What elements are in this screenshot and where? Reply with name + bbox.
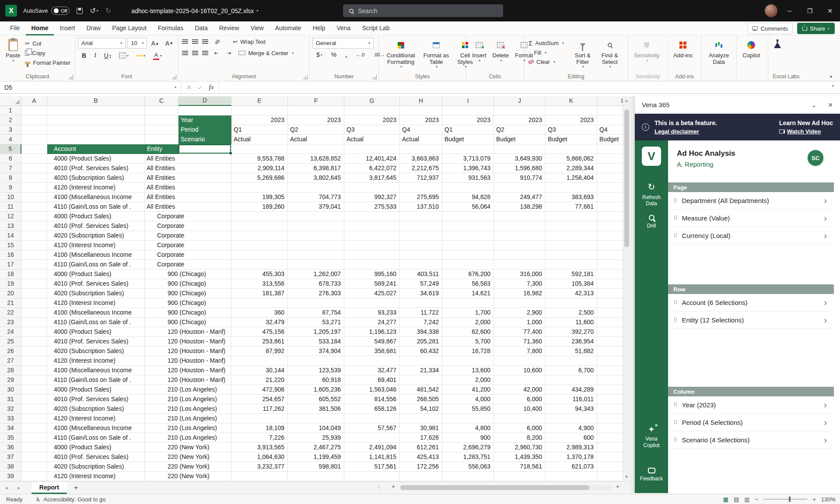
cell-value[interactable]	[288, 212, 344, 221]
cell-entity[interactable]: 120 (Houston - Manf)	[145, 337, 178, 346]
cell-entity[interactable]: Corporate	[145, 212, 178, 221]
cell-value[interactable]	[344, 433, 400, 443]
cell[interactable]	[47, 135, 145, 144]
cell-value[interactable]	[597, 472, 623, 481]
cell[interactable]	[21, 404, 47, 414]
cell-value[interactable]: 4,900	[546, 424, 597, 433]
chevron-right-icon[interactable]: ›	[824, 400, 827, 410]
cell-value[interactable]	[546, 472, 597, 481]
cell-value[interactable]: 2023	[442, 116, 494, 125]
clear-button[interactable]: Clear▾	[527, 58, 566, 66]
borders-button[interactable]: ▾	[117, 52, 131, 60]
fill-color-button[interactable]: ▾	[134, 53, 147, 59]
cell-account[interactable]: 4100 (Miscellaneous Income	[47, 424, 145, 433]
row-header-20[interactable]: 20	[0, 289, 21, 298]
row-header-8[interactable]: 8	[0, 173, 21, 183]
cell-value[interactable]	[400, 375, 442, 385]
cell-value[interactable]: 3,802,645	[288, 173, 344, 183]
cell[interactable]	[178, 241, 231, 250]
cell[interactable]	[178, 202, 231, 212]
column-header-L[interactable]: L	[597, 96, 623, 106]
normal-view-icon[interactable]: ▦	[723, 496, 728, 503]
cell-value[interactable]	[597, 414, 623, 424]
cell-account[interactable]: 4110 (Gain/Loss on Sale of .	[47, 202, 145, 212]
cell-account[interactable]: 4020 (Subscription Sales)	[47, 462, 145, 472]
legal-disclaimer-link[interactable]: Legal disclaimer	[654, 128, 717, 135]
cell-value[interactable]	[494, 212, 546, 221]
cell-value[interactable]: 2,491,094	[344, 443, 400, 452]
cell-value[interactable]	[442, 183, 494, 192]
cell-value[interactable]: Q3	[344, 125, 400, 135]
cell-value[interactable]: 275,695	[400, 192, 442, 202]
row-header-26[interactable]: 26	[0, 346, 21, 356]
panel-close-icon[interactable]: ✕	[828, 102, 833, 108]
cell-value[interactable]	[344, 221, 400, 231]
vertical-scroll-thumb[interactable]	[624, 109, 629, 247]
cell-value[interactable]	[231, 298, 288, 308]
cell-value[interactable]: 7,300	[494, 279, 546, 289]
cell-value[interactable]: 676,200	[442, 270, 494, 279]
cell-value[interactable]	[597, 395, 623, 404]
vena-copilot-button[interactable]: ✦ Vena Copilot	[635, 425, 668, 448]
cell-entity[interactable]: 210 (Los Angeles)	[145, 414, 178, 424]
cell-account[interactable]: 4010 (Prof. Services Sales)	[47, 279, 145, 289]
row-header-29[interactable]: 29	[0, 375, 21, 385]
cell-value[interactable]	[546, 212, 597, 221]
cell-entity[interactable]: 220 (New York)	[145, 443, 178, 452]
cell-account[interactable]: 4110 (Gain/Loss on Sale of .	[47, 375, 145, 385]
wrap-text-button[interactable]: ↩Wrap Text	[231, 38, 267, 46]
cell-value[interactable]	[597, 298, 623, 308]
cell-value[interactable]	[442, 298, 494, 308]
selected-cell[interactable]	[178, 144, 231, 154]
cell-value[interactable]	[494, 183, 546, 192]
cancel-icon[interactable]: ✕	[186, 84, 192, 91]
cell[interactable]	[21, 192, 47, 202]
cell-value[interactable]: Q1	[442, 125, 494, 135]
cell-value[interactable]	[597, 116, 623, 125]
decrease-indent-button[interactable]: ⇤	[212, 49, 220, 57]
cell-value[interactable]: 7,800	[494, 346, 546, 356]
share-button[interactable]: Share▾	[797, 23, 835, 34]
cell-value[interactable]	[442, 144, 494, 154]
cell-value[interactable]	[400, 212, 442, 221]
watch-video-link[interactable]: Watch Video	[779, 128, 821, 135]
cell[interactable]	[21, 337, 47, 346]
cell-value[interactable]: 2023	[231, 116, 288, 125]
percent-button[interactable]: %	[329, 50, 339, 59]
cell-value[interactable]: 598,801	[288, 462, 344, 472]
row-header-6[interactable]: 6	[0, 154, 21, 164]
cell-account[interactable]: 4110 (Gain/Loss on Sale of .	[47, 433, 145, 443]
cell-value[interactable]: 21,220	[231, 375, 288, 385]
cell-value[interactable]	[442, 231, 494, 241]
cell-value[interactable]: 236,954	[546, 337, 597, 346]
cell-value[interactable]: 358,681	[344, 346, 400, 356]
cell-value[interactable]: 2,696,279	[442, 443, 494, 452]
cell-account[interactable]: 4000 (Product Sales)	[47, 443, 145, 452]
cell-value[interactable]	[597, 260, 623, 270]
horizontal-scrollbar[interactable]	[400, 485, 612, 490]
menu-item-insert[interactable]: Insert	[54, 21, 80, 35]
drag-handle-icon[interactable]: ⠿	[673, 437, 678, 443]
cell-value[interactable]: 517,561	[344, 462, 400, 472]
chevron-right-icon[interactable]: ›	[824, 315, 827, 325]
cell-entity[interactable]: Corporate	[145, 221, 178, 231]
formula-input[interactable]	[219, 81, 840, 93]
cell-account[interactable]: 4120 (Interest Income)	[47, 356, 145, 366]
cell-value[interactable]: 394,338	[400, 327, 442, 337]
cell-value[interactable]: 51,882	[546, 346, 597, 356]
cell[interactable]	[21, 472, 47, 481]
cell[interactable]	[145, 116, 178, 125]
cell-value[interactable]: 403,511	[400, 270, 442, 279]
cell-value[interactable]: 3,649,930	[494, 154, 546, 164]
cell-value[interactable]: Actual	[231, 135, 288, 144]
cell-value[interactable]: 5,269,686	[231, 173, 288, 183]
cell-value[interactable]: 1,563,046	[344, 385, 400, 395]
cell[interactable]	[178, 173, 231, 183]
cell-account[interactable]: 4010 (Prof. Services Sales)	[47, 337, 145, 346]
cell-value[interactable]	[400, 106, 442, 116]
cell-value[interactable]	[494, 375, 546, 385]
font-size-select[interactable]: 10▾	[127, 38, 147, 49]
row-header-30[interactable]: 30	[0, 385, 21, 395]
cell-entity[interactable]: 210 (Los Angeles)	[145, 404, 178, 414]
cell-value[interactable]: 249,477	[494, 192, 546, 202]
